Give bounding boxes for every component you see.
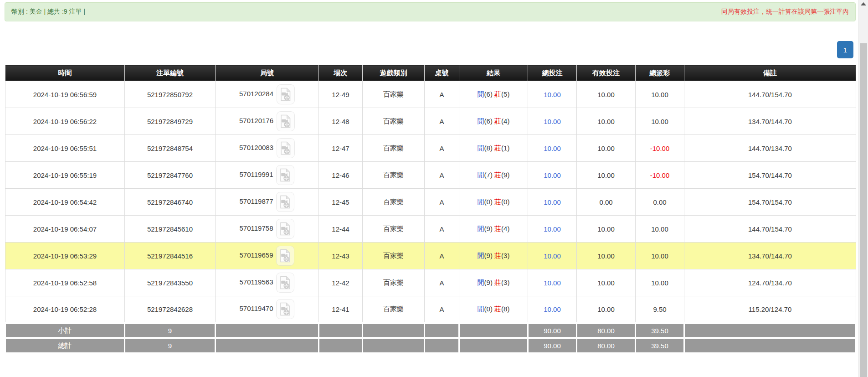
- cell-payout: -10.00: [636, 162, 684, 189]
- time-text: 2024-10-19 06:54:07: [33, 225, 97, 233]
- remark-text: 154.70/154.70: [748, 198, 792, 206]
- video-replay-button[interactable]: [277, 111, 295, 131]
- column-header-bet_id: 注單編號: [125, 65, 216, 81]
- cell-bet-id: 521972843550: [125, 269, 216, 296]
- video-replay-button[interactable]: [276, 192, 294, 212]
- cell-total-bet: 10.00: [528, 189, 577, 216]
- total-bet-link[interactable]: 10.00: [544, 118, 561, 125]
- summary-count: 9: [125, 338, 216, 353]
- banker-label: 莊: [494, 198, 501, 206]
- round-id-text: 570120176: [239, 117, 273, 124]
- cell-time: 2024-10-19 06:53:29: [5, 243, 125, 269]
- time-text: 2024-10-19 06:56:59: [33, 91, 97, 98]
- bet-records-table: 時間注單編號局號場次遊戲類別桌號結果總投注有效投注總派彩備註 2024-10-1…: [5, 65, 857, 354]
- table-no-text: A: [439, 198, 444, 206]
- video-replay-button[interactable]: [277, 84, 295, 104]
- scrollbar[interactable]: [858, 0, 868, 377]
- page-1-button[interactable]: 1: [837, 41, 853, 58]
- bet-history-page: 幣別 : 美金 | 總共 :9 注單 | 同局有效投注，統一計算在該局第一張注單…: [0, 0, 868, 377]
- video-replay-button[interactable]: [276, 246, 294, 266]
- cell-game-type: 百家樂: [363, 135, 425, 162]
- scrollbar-thumb[interactable]: [860, 43, 867, 377]
- info-bar: 幣別 : 美金 | 總共 :9 注單 | 同局有效投注，統一計算在該局第一張注單…: [5, 2, 856, 21]
- cell-remark: 154.70/144.70: [684, 162, 856, 189]
- summary-count: 9: [125, 323, 216, 338]
- player-points-text: (9): [484, 225, 495, 232]
- cell-bet-id: 521972844516: [125, 243, 216, 269]
- scroll-up-arrow-icon[interactable]: [861, 2, 866, 5]
- summary-empty-cell: [216, 338, 319, 353]
- time-text: 2024-10-19 06:54:42: [33, 198, 97, 206]
- table-row: 2024-10-19 06:53:29521972844516570119659…: [5, 243, 856, 269]
- remark-text: 124.70/134.70: [748, 279, 792, 287]
- cell-session: 12-44: [319, 216, 363, 243]
- cell-remark: 134.70/144.70: [684, 108, 856, 135]
- cell-table-no: A: [425, 296, 459, 323]
- cell-session: 12-45: [319, 189, 363, 216]
- round-id-text: 570120083: [239, 144, 273, 151]
- total-bet-link[interactable]: 10.00: [544, 171, 561, 179]
- video-replay-icon: [279, 302, 291, 316]
- summary-empty-cell: [363, 323, 425, 338]
- cell-session: 12-46: [319, 162, 363, 189]
- game-type-text: 百家樂: [383, 252, 404, 259]
- total-bet-link[interactable]: 10.00: [544, 198, 561, 206]
- cell-remark: 154.70/154.70: [684, 189, 856, 216]
- cell-time: 2024-10-19 06:55:19: [5, 162, 125, 189]
- cell-round-id: 570119470: [216, 296, 319, 323]
- total-bet-link[interactable]: 10.00: [544, 279, 561, 287]
- banker-points-text: (9): [501, 171, 509, 179]
- cell-payout: 10.00: [636, 243, 684, 269]
- summary-payout: 39.50: [636, 323, 684, 338]
- grand-total-row: 總計990.0080.0039.50: [5, 338, 856, 353]
- table-row: 2024-10-19 06:54:42521972846740570119877…: [5, 189, 856, 216]
- cell-bet-id: 521972845610: [125, 216, 216, 243]
- remark-text: 134.70/144.70: [748, 252, 792, 260]
- video-replay-button[interactable]: [277, 138, 295, 158]
- player-points-text: (9): [484, 279, 495, 286]
- game-type-text: 百家樂: [383, 90, 404, 98]
- total-bet-link[interactable]: 10.00: [544, 225, 561, 233]
- video-replay-button[interactable]: [276, 219, 294, 239]
- summary-empty-cell: [319, 323, 363, 338]
- game-type-text: 百家樂: [383, 144, 404, 152]
- bet-id-text: 521972846740: [147, 198, 193, 206]
- cell-round-id: 570119659: [216, 243, 319, 269]
- total-bet-link[interactable]: 10.00: [544, 145, 561, 152]
- payout-text: 10.00: [651, 91, 668, 98]
- cell-table-no: A: [425, 269, 459, 296]
- payout-text: 0.00: [653, 198, 666, 206]
- valid-bet-text: 10.00: [597, 225, 615, 233]
- player-label: 閒: [478, 117, 484, 125]
- video-replay-button[interactable]: [276, 273, 294, 293]
- video-replay-button[interactable]: [276, 165, 294, 185]
- banker-label: 莊: [494, 225, 501, 232]
- bet-id-text: 521972842628: [147, 305, 193, 313]
- cell-bet-id: 521972847760: [125, 162, 216, 189]
- cell-total-bet: 10.00: [528, 269, 577, 296]
- bet-id-text: 521972847760: [147, 171, 193, 179]
- cell-total-bet: 10.00: [528, 243, 577, 269]
- cell-table-no: A: [425, 243, 459, 269]
- cell-remark: 144.70/154.70: [684, 216, 856, 243]
- total-bet-link[interactable]: 10.00: [544, 252, 561, 260]
- payout-text: -10.00: [650, 171, 670, 179]
- table-row: 2024-10-19 06:52:28521972842628570119470…: [5, 296, 856, 323]
- column-header-result: 結果: [459, 65, 528, 81]
- cell-result: 閒(9) 莊(3): [459, 269, 528, 296]
- player-points-text: (6): [484, 117, 495, 125]
- player-points-text: (8): [484, 144, 495, 152]
- video-replay-button[interactable]: [276, 299, 294, 319]
- total-bet-link[interactable]: 10.00: [544, 91, 561, 98]
- table-row: 2024-10-19 06:56:22521972849729570120176…: [5, 108, 856, 135]
- session-text: 12-45: [332, 198, 349, 206]
- cell-session: 12-48: [319, 108, 363, 135]
- bet-id-text: 521972845610: [147, 225, 193, 233]
- cell-result: 閒(0) 莊(0): [459, 189, 528, 216]
- column-header-total_bet: 總投注: [528, 65, 577, 81]
- player-points-text: (0): [484, 305, 495, 313]
- cell-session: 12-42: [319, 269, 363, 296]
- cell-game-type: 百家樂: [363, 269, 425, 296]
- payout-text: 10.00: [651, 118, 668, 125]
- total-bet-link[interactable]: 10.00: [544, 305, 561, 313]
